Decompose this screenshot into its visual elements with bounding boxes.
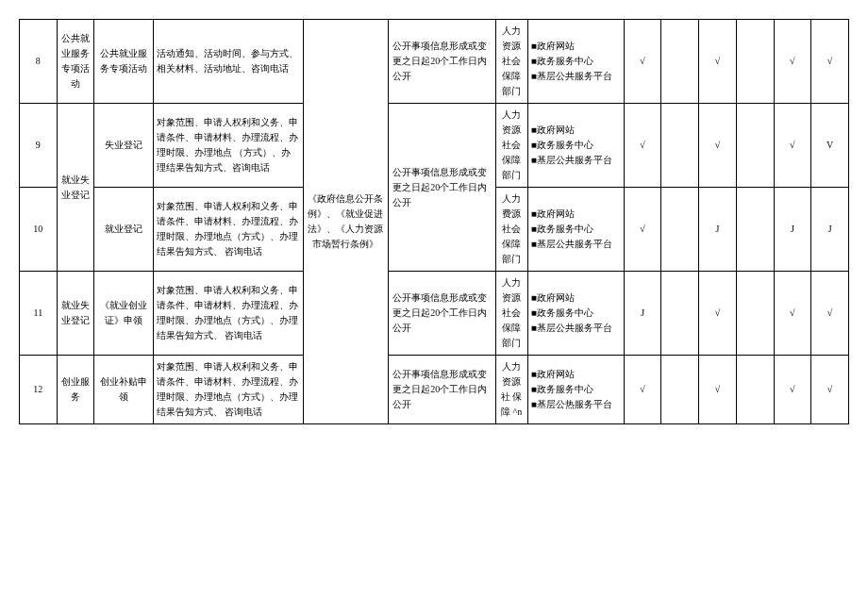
dept: 人力资源社会保障部门 [495,272,527,356]
check: √ [774,356,811,424]
channel-item: ■基层公共服务平台 [531,69,621,84]
subitem: 创业补贴申领 [94,356,153,424]
dept: 人力资源社会保障部门 [495,104,527,188]
check: √ [774,272,811,356]
check: J [624,272,661,356]
channels: ■政府网站 ■政务服务中心 ■基层公共服务平台 [527,104,624,188]
row-num: 12 [20,356,58,424]
channel-item: ■政务服务中心 [531,222,621,237]
check [661,20,699,104]
subitem: 《就业创业证》申领 [94,272,153,356]
row-num: 8 [20,20,58,104]
category: 就业失业登记 [57,272,94,356]
check: √ [624,188,661,272]
channels: ■政府网站 ■政务服务中心 ■基层公热服务平台 [527,356,624,424]
dept: 人力费源社会保障部门 [495,188,527,272]
channel-item: ■政务服务中心 [531,306,621,321]
channels: ■政府网站 ■政务服务中心 ■基层公共服务平台 [527,188,624,272]
check [661,356,699,424]
channels: ■政府网站 ■政务服务中心 ■基层公共服务平台 [527,20,624,104]
check [661,104,699,188]
check: √ [699,20,737,104]
time: 公开事项信息形成或变更之日起20个工作日内公开 [389,20,495,104]
channels: ■政府网站 ■政务服务中心 ■基层公共服务平台 [527,272,624,356]
check: √ [774,104,811,188]
row-num: 11 [20,272,58,356]
check: √ [624,20,661,104]
category: 就业失业登记 [57,104,94,272]
channel-item: ■政府网站 [531,39,621,54]
subitem: 失业登记 [94,104,153,188]
channel-item: ■政府网站 [531,207,621,222]
content: 对象范围、申请人权利和义务、申请条件、申请材料、办理流程、办理时限、办理地点（方… [153,188,303,272]
check: J [774,188,811,272]
check: √ [811,20,849,104]
channel-item: ■基层公共服务平台 [531,237,621,252]
channel-item: ■政务服务中心 [531,382,621,397]
dept: 人力资源社会保障部门 [495,20,527,104]
table-row: 12 创业服务 创业补贴申领 对象范围、申请人权利和义务、申请条件、申请材料、办… [20,356,849,424]
check: √ [624,104,661,188]
time: 公开事项信息形成或变更之日起20个工作日内公开 [389,272,495,356]
channel-item: ■基层公热服务平台 [531,397,621,412]
subitem: 公共就业服务专项活动 [94,20,153,104]
content: 对象范围、申请人权利和义务、申请条件、申请材料、办理流程、办理时限、办理地点（方… [153,356,303,424]
check [736,272,774,356]
content: 对象范围、申请人权利和义务、申请条件、申请材料、办理流程、办理时限、办理地点 （… [153,104,303,188]
time: 公开事项信息形成或变更之日起20个工作日内公开 [389,356,495,424]
check: J [699,188,737,272]
channel-item: ■政府网站 [531,290,621,306]
basis: 《政府信息公开条例》、《就业促进法》、《人力资源市场暂行条例》 [303,20,389,424]
check [736,356,774,424]
check [736,104,774,188]
category: 公共就业服务专项活动 [57,20,94,104]
check: V [811,104,849,188]
row-num: 10 [20,188,58,272]
content: 对象范围、申请人权利和义务、申请条件、申请材料、办理流程、办理时限、办理地点（方… [153,272,303,356]
subitem: 就业登记 [94,188,153,272]
table-row: 8 公共就业服务专项活动 公共就业服务专项活动 活动通知、活动时间、参与方式、相… [20,20,849,104]
check: √ [699,272,737,356]
content: 活动通知、活动时间、参与方式、相关材料、活动地址、咨询电话 [153,20,303,104]
check: J [811,188,849,272]
channel-item: ■基层公共服务平台 [531,321,621,336]
disclosure-table: 8 公共就业服务专项活动 公共就业服务专项活动 活动通知、活动时间、参与方式、相… [19,19,849,424]
channel-item: ■政府网站 [531,123,621,138]
channel-item: ■基层公共服务平台 [531,153,621,168]
check: √ [811,272,849,356]
row-num: 9 [20,104,58,188]
channel-item: ■政务服务中心 [531,54,621,69]
dept: 人力资源社 保 障 ^n [495,356,527,424]
check: √ [699,356,737,424]
check: √ [699,104,737,188]
check [661,188,699,272]
check [736,188,774,272]
category: 创业服务 [57,356,94,424]
check: √ [774,20,811,104]
channel-item: ■政府网站 [531,367,621,382]
check [661,272,699,356]
time: 公开事项信息形成或变更之日起20个工作日内公开 [389,104,495,272]
check: √ [624,356,661,424]
check: √ [811,356,849,424]
table-row: 9 就业失业登记 失业登记 对象范围、申请人权利和义务、申请条件、申请材料、办理… [20,104,849,188]
table-row: 11 就业失业登记 《就业创业证》申领 对象范围、申请人权利和义务、申请条件、申… [20,272,849,356]
channel-item: ■政务服务中心 [531,138,621,153]
check [736,20,774,104]
